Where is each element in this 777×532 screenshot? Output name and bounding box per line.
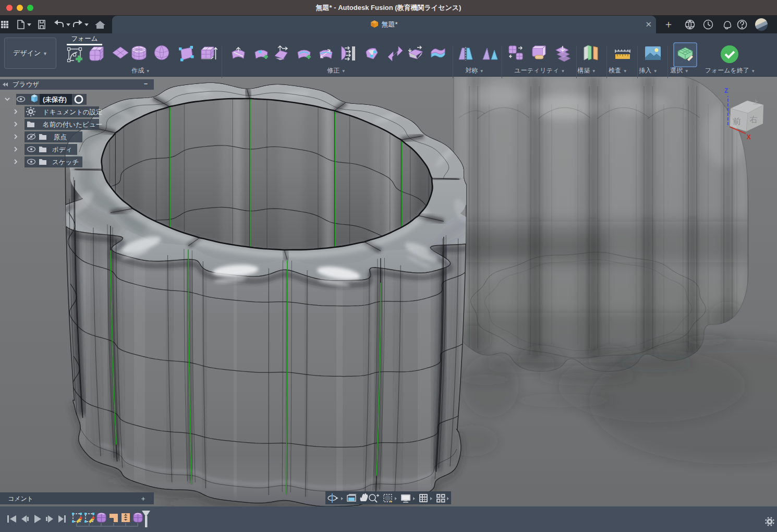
svg-text:X: X [747, 134, 751, 141]
svg-text:(未保存): (未保存) [43, 96, 67, 103]
svg-text:前: 前 [733, 117, 741, 126]
svg-text:原点: 原点 [54, 134, 67, 141]
svg-text:ボディ: ボディ [52, 146, 72, 153]
svg-text:Z: Z [724, 87, 728, 94]
svg-text:名前の付いたビュー: 名前の付いたビュー [43, 121, 102, 128]
svg-text:上: 上 [753, 99, 759, 105]
svg-text:スケッチ: スケッチ [52, 159, 79, 166]
svg-text:右: 右 [749, 115, 758, 124]
svg-text:ドキュメントの設定: ドキュメントの設定 [43, 108, 103, 116]
